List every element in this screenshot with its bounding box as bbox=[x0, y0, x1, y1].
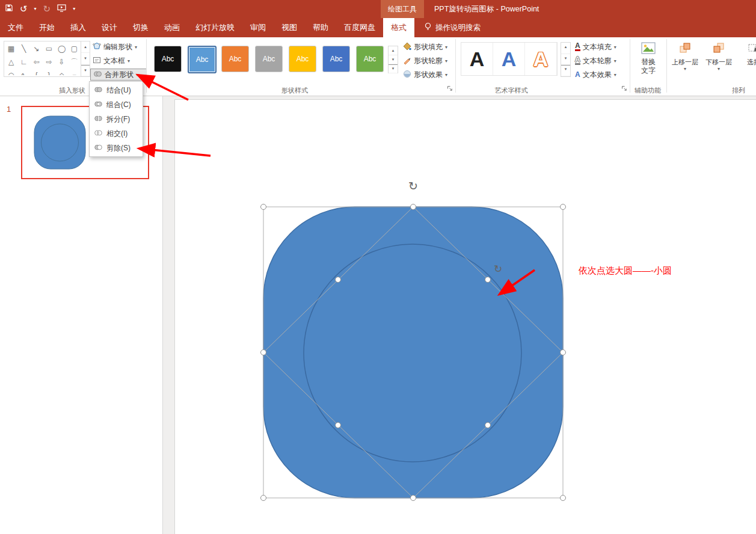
edit-shape-button[interactable]: 编辑形状 ▾ bbox=[90, 41, 149, 53]
tell-me-search[interactable]: 操作说明搜索 bbox=[424, 18, 481, 37]
shape-style-chip[interactable]: Abc bbox=[221, 46, 249, 72]
styles-scroll-up-icon[interactable]: ▴ bbox=[389, 46, 398, 55]
selection-handle[interactable] bbox=[485, 423, 491, 428]
combine-icon bbox=[94, 100, 103, 109]
dropdown-caret-icon: ▾ bbox=[684, 66, 686, 72]
shape-style-chip[interactable]: Abc bbox=[255, 46, 283, 72]
selection-handle[interactable] bbox=[561, 496, 566, 501]
shape-effects-button[interactable]: 形状效果 ▾ bbox=[401, 69, 461, 81]
tab-animations[interactable]: 动画 bbox=[156, 18, 188, 37]
shape-gallery-icon[interactable]: ↘ bbox=[30, 42, 43, 55]
selection-handle[interactable] bbox=[261, 496, 266, 501]
selection-pane-button[interactable]: 选择 bbox=[737, 42, 756, 66]
chip-label: Abc bbox=[263, 55, 275, 63]
selection-handle[interactable] bbox=[485, 277, 491, 283]
wordart-scroll-down-icon[interactable]: ▾ bbox=[561, 54, 570, 66]
tab-design[interactable]: 设计 bbox=[94, 18, 125, 37]
dialog-launcher-icon[interactable] bbox=[447, 85, 453, 91]
text-fill-button[interactable]: A 文本填充 ▾ bbox=[573, 41, 633, 53]
selection-handle[interactable] bbox=[336, 423, 341, 428]
menu-item-fragment[interactable]: 拆分(F) bbox=[90, 112, 143, 126]
tab-file[interactable]: 文件 bbox=[0, 18, 31, 37]
tab-home[interactable]: 开始 bbox=[31, 18, 63, 37]
rotate-handle-icon[interactable]: ↻ bbox=[408, 180, 418, 192]
shape-gallery-icon[interactable]: ⇨ bbox=[43, 55, 55, 69]
menu-item-combine[interactable]: 组合(C) bbox=[90, 97, 143, 112]
shape-gallery-icon[interactable]: ╲ bbox=[17, 42, 30, 55]
shape-fill-button[interactable]: 形状填充 ▾ bbox=[401, 41, 461, 53]
group-label-shape-styles: 形状样式 bbox=[259, 86, 331, 95]
text-box-button[interactable]: 文本框 ▾ bbox=[90, 55, 146, 67]
styles-more-icon[interactable]: ▾ bbox=[389, 64, 398, 73]
shape-gallery-icon[interactable]: ▦ bbox=[5, 42, 17, 55]
merge-shapes-label: 合并形状 bbox=[105, 70, 134, 80]
tab-transitions[interactable]: 切换 bbox=[125, 18, 156, 37]
selection-handle[interactable] bbox=[261, 204, 266, 210]
wordart-more-icon[interactable]: ▾ bbox=[561, 65, 570, 76]
tab-baidu-netdisk[interactable]: 百度网盘 bbox=[336, 18, 383, 37]
selection-handle[interactable] bbox=[411, 204, 416, 210]
shape-style-chip[interactable]: Abc bbox=[289, 46, 316, 72]
shape-gallery-icon[interactable]: { bbox=[30, 69, 43, 75]
shape-style-chip[interactable]: Abc bbox=[356, 46, 384, 72]
styles-scroll-down-icon[interactable]: ▾ bbox=[389, 55, 398, 64]
shape-gallery-icon[interactable]: ⇦ bbox=[30, 55, 43, 69]
shape-outline-label: 形状轮廓 bbox=[414, 56, 443, 66]
shape-gallery-icon[interactable]: ∿ bbox=[17, 69, 30, 75]
selection-handle[interactable] bbox=[261, 350, 266, 355]
shape-gallery-icon[interactable]: ◯ bbox=[55, 42, 68, 55]
selection-handle[interactable] bbox=[561, 204, 566, 210]
annotation-note: 依次点选大圆——-小圆 bbox=[579, 265, 672, 277]
tab-review[interactable]: 审阅 bbox=[242, 18, 274, 37]
menu-item-intersect[interactable]: 相交(I) bbox=[90, 126, 143, 141]
redo-icon[interactable]: ↻ bbox=[43, 0, 51, 18]
shape-gallery-icon[interactable]: ⇩ bbox=[55, 55, 68, 69]
menu-item-label: 结合(U) bbox=[106, 85, 131, 96]
gallery-scroll-down-icon[interactable]: ▾ bbox=[81, 53, 90, 64]
shape-gallery-icon[interactable]: ▭ bbox=[43, 42, 55, 55]
shape-style-chip[interactable]: Abc bbox=[154, 46, 182, 72]
wordart-style-blue[interactable]: A bbox=[493, 43, 525, 75]
text-outline-button[interactable]: A 文本轮廓 ▾ bbox=[573, 55, 633, 67]
shape-gallery-icon[interactable]: ◇ bbox=[55, 69, 68, 75]
shape-style-chip-selected[interactable]: Abc bbox=[188, 46, 217, 73]
selection-handle[interactable] bbox=[336, 277, 341, 283]
tab-view[interactable]: 视图 bbox=[274, 18, 305, 37]
alt-text-button[interactable]: 替换文字 bbox=[633, 42, 664, 75]
shape-gallery-icon[interactable]: △ bbox=[5, 55, 17, 69]
menu-item-union[interactable]: 结合(U) bbox=[90, 83, 143, 97]
gallery-more-icon[interactable]: ▾ bbox=[81, 65, 90, 76]
merge-shapes-button[interactable]: 合并形状 ▾ bbox=[90, 69, 147, 81]
shape-gallery-icon[interactable]: } bbox=[43, 69, 55, 75]
tab-slideshow[interactable]: 幻灯片放映 bbox=[188, 18, 242, 37]
undo-caret-icon[interactable]: ▾ bbox=[34, 0, 37, 18]
save-icon[interactable] bbox=[5, 0, 13, 18]
bring-forward-button[interactable]: 上移一层 ▾ bbox=[669, 42, 701, 72]
shape-gallery-icon[interactable]: ▢ bbox=[68, 42, 81, 55]
shape-effects-icon bbox=[403, 70, 411, 80]
wordart-scroll-up-icon[interactable]: ▴ bbox=[561, 43, 570, 54]
tab-insert[interactable]: 插入 bbox=[63, 18, 94, 37]
tab-format[interactable]: 格式 bbox=[383, 18, 414, 37]
shape-gallery-icon[interactable]: ⌐ bbox=[68, 69, 81, 75]
selection-handle[interactable] bbox=[411, 496, 416, 501]
rotate-handle-icon[interactable]: ↻ bbox=[494, 263, 502, 275]
menu-item-subtract[interactable]: 剪除(S) bbox=[90, 141, 143, 155]
wordart-style-orange-outline[interactable]: A bbox=[525, 43, 557, 75]
send-backward-button[interactable]: 下移一层 ▾ bbox=[702, 42, 735, 72]
tab-help[interactable]: 帮助 bbox=[305, 18, 336, 37]
start-slideshow-icon[interactable] bbox=[57, 0, 66, 18]
undo-icon[interactable]: ↺ bbox=[20, 0, 28, 18]
shape-gallery-icon[interactable]: ⌒ bbox=[68, 55, 81, 69]
wordart-scrollbar: ▴ ▾ ▾ bbox=[561, 42, 571, 77]
gallery-scroll-up-icon[interactable]: ▴ bbox=[81, 41, 90, 53]
selection-handle[interactable] bbox=[561, 350, 566, 355]
shape-gallery-icon[interactable]: ∟ bbox=[17, 55, 30, 69]
wordart-style-black[interactable]: A bbox=[461, 43, 493, 75]
shape-outline-button[interactable]: 形状轮廓 ▾ bbox=[401, 55, 461, 67]
shape-style-chip[interactable]: Abc bbox=[322, 46, 350, 72]
text-effects-button[interactable]: A 文本效果 ▾ bbox=[573, 69, 633, 81]
qat-customize-icon[interactable]: ▾ bbox=[73, 0, 75, 18]
slide[interactable]: ↻ ↻ bbox=[174, 99, 756, 534]
shape-gallery-icon[interactable]: ◠ bbox=[5, 69, 17, 75]
